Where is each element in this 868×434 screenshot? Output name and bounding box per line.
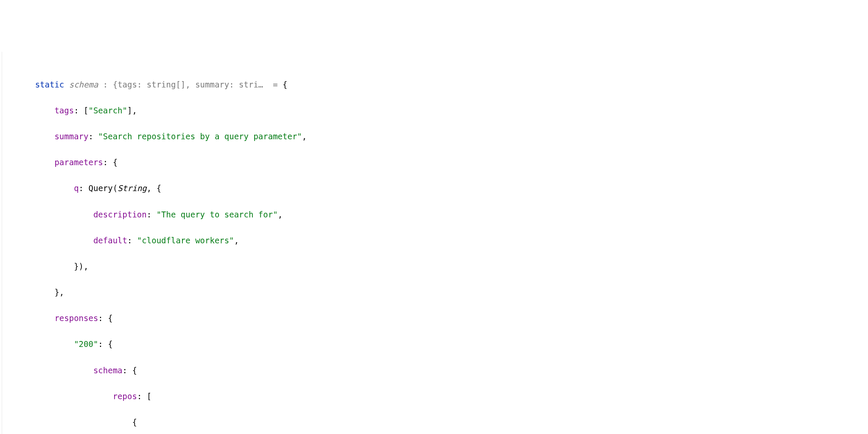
code-line[interactable]: q: Query(String, { [2, 182, 868, 195]
string-desc: "The query to search for" [157, 210, 278, 219]
brace: { [283, 80, 287, 89]
key-tags: tags [54, 106, 74, 115]
param-string: String [118, 183, 147, 193]
string-search: "Search" [88, 106, 127, 115]
key-repos: repos [113, 392, 137, 401]
code-line[interactable]: parameters: { [2, 156, 868, 169]
key-summary: summary [54, 132, 88, 141]
key-description: description [93, 210, 147, 219]
code-line[interactable]: description: "The query to search for", [2, 208, 868, 221]
code-line[interactable]: static schema : {tags: string[], summary… [2, 78, 868, 91]
code-line[interactable]: }), [2, 260, 868, 273]
code-line[interactable]: repos: [ [2, 390, 868, 403]
code-line[interactable]: { [2, 416, 868, 429]
key-200: "200" [74, 339, 98, 349]
string-default: "cloudflare workers" [137, 236, 234, 245]
key-q: q [74, 183, 78, 193]
key-responses: responses [54, 313, 98, 323]
gutter-line [2, 52, 2, 434]
key-default: default [93, 236, 127, 245]
func-query: Query [89, 183, 113, 193]
code-line[interactable]: responses: { [2, 312, 868, 325]
keyword-static: static [35, 80, 64, 89]
equals: = [263, 80, 283, 89]
type-hint: : [98, 80, 112, 89]
string-summary: "Search repositories by a query paramete… [98, 132, 302, 141]
code-line[interactable]: default: "cloudflare workers", [2, 234, 868, 247]
var-schema: schema [69, 80, 98, 89]
code-line[interactable]: "200": { [2, 338, 868, 351]
key-schema2: schema [93, 366, 123, 375]
code-line[interactable]: schema: { [2, 364, 868, 377]
code-line[interactable]: }, [2, 286, 868, 299]
code-line[interactable]: tags: ["Search"], [2, 104, 868, 117]
code-editor[interactable]: static schema : {tags: string[], summary… [0, 52, 868, 434]
code-line[interactable]: summary: "Search repositories by a query… [2, 130, 868, 143]
key-parameters: parameters [54, 158, 103, 167]
type-hint-text: {tags: string[], summary: stri… [113, 80, 263, 89]
